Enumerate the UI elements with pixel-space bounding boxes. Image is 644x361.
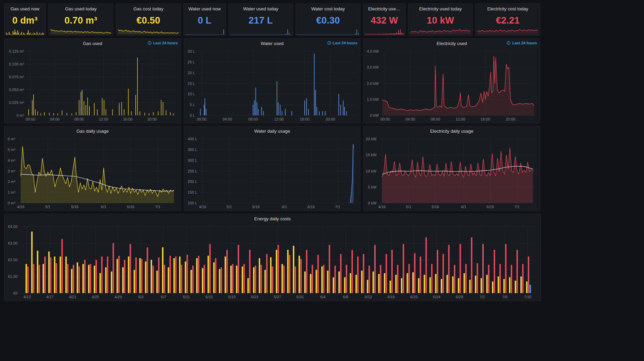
svg-text:08:00: 08:00 <box>431 117 440 121</box>
stat-value: 0 dm³ <box>5 12 45 29</box>
svg-text:4.0 kW: 4.0 kW <box>367 49 379 53</box>
svg-text:400 L: 400 L <box>188 137 197 141</box>
sparkline <box>118 29 179 35</box>
svg-text:5/23: 5/23 <box>251 295 258 299</box>
svg-text:7/6: 7/6 <box>502 295 508 299</box>
time-range-link[interactable]: Last 24 hours <box>147 41 178 45</box>
svg-text:25 L: 25 L <box>187 60 195 64</box>
time-range-link[interactable]: Last 24 hours <box>327 41 358 45</box>
gas-daily-chart[interactable]: 4/165/15/166/16/167/10 m³1 m³2 m³3 m³4 m… <box>5 135 181 211</box>
clock-icon <box>327 41 331 45</box>
time-range-link[interactable]: Last 24 hours <box>507 41 537 45</box>
svg-text:30 L: 30 L <box>187 49 195 53</box>
panel-header: Water used Last 24 hours <box>184 39 360 48</box>
panel-title[interactable]: Electricity used <box>437 41 467 46</box>
svg-text:20 L: 20 L <box>187 71 195 75</box>
water-used-chart[interactable]: 00:0004:0008:0012:0016:0020:000 L5 L10 L… <box>184 48 360 123</box>
sparkline <box>230 29 291 35</box>
svg-text:5/1: 5/1 <box>45 205 50 209</box>
stat-panel-gas-used-now: Gas used now 0 dm³ <box>4 3 46 36</box>
svg-text:5 m³: 5 m³ <box>8 148 15 152</box>
svg-text:10 L: 10 L <box>187 92 195 96</box>
svg-text:4 m³: 4 m³ <box>8 158 15 162</box>
svg-text:250 L: 250 L <box>188 169 197 173</box>
svg-text:€4.00: €4.00 <box>8 224 18 229</box>
panel-title[interactable]: Gas used now <box>5 4 45 11</box>
panel-title[interactable]: Water used <box>261 41 284 46</box>
svg-text:5/16: 5/16 <box>71 205 78 209</box>
energy-daily-costs-chart[interactable]: 4/134/174/214/254/295/35/75/115/155/195/… <box>5 223 540 301</box>
stat-panel-electricity-used-today: Electricity used today 10 kW <box>408 3 473 36</box>
svg-text:7/1: 7/1 <box>155 205 160 209</box>
svg-text:6/1: 6/1 <box>101 205 106 209</box>
panel-title[interactable]: Electricity use… <box>364 4 405 11</box>
water-daily-chart[interactable]: 4/165/15/166/16/167/1100 L150 L200 L250 … <box>184 135 360 211</box>
time-range-label: Last 24 hours <box>153 41 178 45</box>
svg-text:0.025 m³: 0.025 m³ <box>9 100 24 105</box>
svg-text:4/16: 4/16 <box>378 205 386 209</box>
panel-title[interactable]: Electricity cost today <box>476 4 540 11</box>
svg-text:6/1: 6/1 <box>461 205 466 209</box>
gas-used-chart[interactable]: 00:0004:0008:0012:0016:0020:000 m³0.025 … <box>5 48 181 123</box>
svg-text:3.0 kW: 3.0 kW <box>367 65 379 69</box>
svg-text:6/16: 6/16 <box>387 295 395 299</box>
sparkline <box>365 29 404 35</box>
panel-title[interactable]: Electricity used today <box>409 4 472 11</box>
svg-text:100 L: 100 L <box>188 201 197 205</box>
svg-text:0 L: 0 L <box>190 113 195 117</box>
panel-title[interactable]: Electricity daily usage <box>430 129 473 134</box>
stat-value: 10 kW <box>409 12 472 29</box>
svg-text:4/21: 4/21 <box>69 295 76 299</box>
svg-text:7/2: 7/2 <box>480 295 485 299</box>
svg-text:00:00: 00:00 <box>381 117 390 121</box>
panel-gas-used: Gas used Last 24 hours 00:0004:0008:0012… <box>4 38 181 123</box>
svg-text:16:00: 16:00 <box>123 117 133 121</box>
panel-electricity-daily-usage: Electricity daily usage 4/165/15/166/16/… <box>363 126 540 211</box>
svg-text:5/19: 5/19 <box>228 295 235 299</box>
panel-header: Electricity daily usage <box>364 126 540 135</box>
panel-title[interactable]: Water used today <box>229 4 293 11</box>
svg-text:12:00: 12:00 <box>274 117 284 121</box>
sparkline <box>477 29 538 35</box>
svg-text:5/27: 5/27 <box>274 295 281 299</box>
sparkline <box>6 29 44 35</box>
panel-title[interactable]: Water daily usage <box>254 129 290 134</box>
svg-text:5 L: 5 L <box>190 103 195 107</box>
panel-title[interactable]: Water used now <box>184 4 225 11</box>
panel-header: Water daily usage <box>184 126 360 135</box>
panel-title[interactable]: Gas cost today <box>116 4 180 11</box>
electricity-used-chart[interactable]: 00:0004:0008:0012:0016:0020:000 kW1.0 kW… <box>364 48 540 123</box>
panel-title[interactable]: Water cost today <box>296 4 360 11</box>
svg-text:6/16: 6/16 <box>487 205 494 209</box>
panel-title[interactable]: Energy daily costs <box>254 216 291 221</box>
stat-panel-gas-used-today: Gas used today 0.70 m³ <box>48 3 113 36</box>
svg-text:4/17: 4/17 <box>46 295 53 299</box>
svg-text:5/1: 5/1 <box>226 205 232 209</box>
electricity-daily-chart[interactable]: 4/165/15/166/16/167/10 kW5 kW10 kW15 kW2… <box>364 135 540 211</box>
svg-text:16:00: 16:00 <box>481 117 490 121</box>
stat-value: 432 W <box>364 12 405 29</box>
time-range-label: Last 24 hours <box>512 41 537 45</box>
svg-text:6/20: 6/20 <box>410 295 418 299</box>
svg-text:5/31: 5/31 <box>296 295 304 299</box>
svg-text:2 m³: 2 m³ <box>8 179 15 184</box>
panel-title[interactable]: Gas used today <box>49 4 113 11</box>
svg-text:20:00: 20:00 <box>506 117 516 121</box>
stat-panel-electricity-used-now: Electricity use… 432 W <box>363 3 405 36</box>
svg-text:20:00: 20:00 <box>325 117 335 121</box>
svg-text:0 m³: 0 m³ <box>8 201 15 205</box>
panel-title[interactable]: Gas daily usage <box>77 129 109 134</box>
sparkline <box>410 29 471 35</box>
svg-text:0.050 m³: 0.050 m³ <box>9 88 24 92</box>
stat-value: 0.70 m³ <box>49 12 113 29</box>
clock-icon <box>147 41 152 45</box>
svg-text:0 kW: 0 kW <box>370 113 379 117</box>
svg-text:12:00: 12:00 <box>456 117 465 121</box>
panel-water-daily-usage: Water daily usage 4/165/15/166/16/167/11… <box>184 126 361 211</box>
svg-text:20 kW: 20 kW <box>366 137 377 141</box>
svg-text:0 m³: 0 m³ <box>16 113 24 117</box>
svg-text:0.075 m³: 0.075 m³ <box>9 75 24 79</box>
panel-title[interactable]: Gas used <box>83 41 102 46</box>
svg-text:04:00: 04:00 <box>406 117 415 121</box>
svg-text:08:00: 08:00 <box>74 117 84 121</box>
